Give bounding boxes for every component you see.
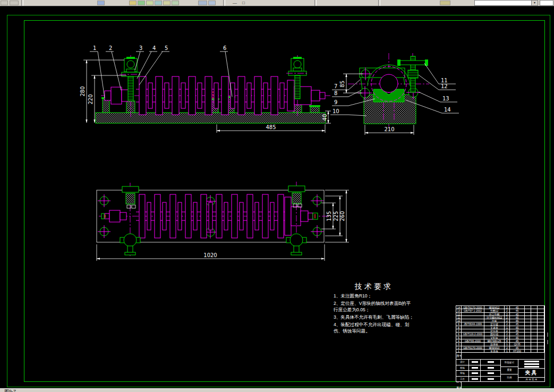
title-block-role: 工艺	[456, 377, 469, 382]
tech-requirements-list: 1、未注圆角R10；2、定位座、V形块的轴线对表面B的平行度公差为0.05；3、…	[334, 293, 414, 334]
title-block-role: 校核	[456, 365, 469, 371]
part-label: 11	[441, 78, 448, 83]
part-label: 12	[441, 83, 448, 89]
stage-mark-bars	[518, 360, 544, 369]
part-label: 13	[442, 96, 449, 101]
dim-40: 40	[322, 114, 328, 121]
part-label: 10	[333, 108, 339, 114]
part-label: 5	[165, 45, 168, 51]
bom-cell	[538, 350, 544, 353]
plan-view: 1020 135 225 260	[97, 182, 349, 261]
drawing-title: 夹具	[518, 369, 544, 378]
sheet-count: 共 张 第 张	[518, 378, 544, 382]
part-label: 4	[152, 45, 156, 51]
title-block-stage: 阶段标记 重量 比例	[501, 360, 518, 382]
bom-cell: 序号	[456, 353, 462, 359]
bom-cell: 1	[505, 350, 510, 353]
crank-journal-section	[380, 74, 398, 92]
part-label: 14	[444, 107, 451, 113]
part-label: 6	[223, 45, 226, 51]
title-block-role: 设计	[456, 360, 469, 365]
scale-label: 比例	[501, 374, 518, 382]
bom-cell	[462, 350, 484, 353]
weight-label: 重量	[501, 367, 518, 374]
bom-cell: 夹具体	[484, 350, 505, 353]
front-view: 280 220 485 40 1 2 3 4 5 6	[80, 45, 331, 133]
tech-requirement-item: 2、定位座、V形块的轴线对表面B的平行度公差为0.05；	[334, 300, 414, 313]
dim-485: 485	[266, 124, 276, 130]
dim-260: 260	[339, 211, 345, 221]
tech-requirements-title: 技术要求	[334, 282, 414, 292]
stage-mark-label: 阶段标记	[501, 360, 518, 367]
status-text: 图9-7	[4, 389, 16, 392]
bom-cell	[531, 350, 538, 353]
bom-cell: HT200	[510, 350, 525, 353]
part-label: 7	[334, 83, 337, 89]
part-label: 8	[334, 90, 337, 96]
bom-table: 14GB/T6170-2000螺母M1224513GB/T97.1-2002垫圈…	[456, 306, 544, 353]
tech-requirement-item: 3、夹具体不允许有毛刺、飞屑等缺陷；	[334, 314, 414, 320]
dim-225: 225	[333, 211, 339, 221]
status-bar: 图9-7	[0, 388, 554, 392]
end-view: 85 210 7 8 9 10 11 12 13 14	[330, 53, 459, 135]
tech-requirement-item: 4、装配过程中不允许出现磕、碰、划伤、锈蚀等问题。	[334, 321, 414, 334]
title-block-role: 审核	[456, 371, 469, 376]
title-block-name-area: 夹具 共 张 第 张	[518, 360, 544, 382]
tech-requirement-item: 1、未注圆角R10；	[334, 293, 414, 299]
dim-280: 280	[80, 86, 86, 96]
part-label: 9	[334, 99, 337, 105]
dim-135: 135	[326, 211, 332, 221]
parts-list: 14GB/T6170-2000螺母M1224513GB/T97.1-2002垫圈…	[456, 305, 545, 360]
part-label: 2	[109, 45, 112, 51]
part-label: 3	[139, 45, 142, 51]
dim-210: 210	[384, 126, 394, 132]
part-label: 1	[93, 45, 96, 51]
title-block: 设计 校核 审核 工艺 阶段标记 重量 比例 夹具 共 张 第 张	[456, 359, 545, 382]
bom-row: 1夹具体1HT200	[456, 350, 544, 353]
dim-1020: 1020	[203, 252, 217, 258]
dim-85: 85	[339, 81, 345, 88]
bom-cell	[525, 350, 531, 353]
technical-requirements: 技术要求 1、未注圆角R10；2、定位座、V形块的轴线对表面B的平行度公差为0.…	[334, 282, 414, 334]
cad-application-window: — □ ▾	[0, 0, 554, 392]
dim-220: 220	[88, 94, 93, 104]
title-block-signatures: 设计 校核 审核 工艺	[456, 360, 501, 382]
